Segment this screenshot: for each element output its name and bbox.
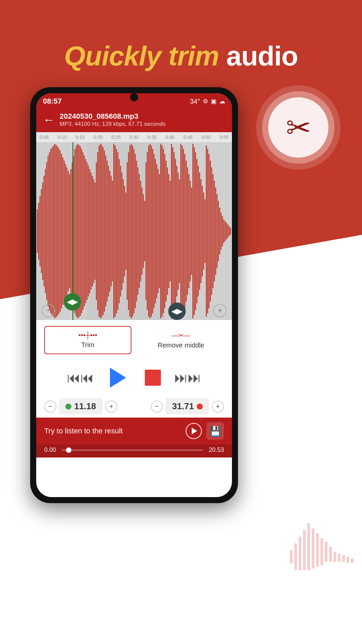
ruler-mark: 0:05: [40, 135, 49, 140]
left-trim-handle[interactable]: ◀▶: [64, 293, 81, 311]
svg-rect-151: [219, 208, 220, 255]
remove-middle-icon: —✂—: [172, 331, 191, 339]
svg-rect-100: [151, 146, 152, 317]
svg-rect-44: [76, 146, 77, 317]
svg-rect-114: [170, 181, 171, 281]
svg-rect-104: [156, 164, 157, 298]
svg-rect-115: [171, 144, 172, 318]
remove-middle-label: Remove middle: [158, 341, 204, 349]
svg-rect-64: [103, 147, 104, 315]
svg-rect-117: [174, 152, 175, 310]
svg-rect-135: [198, 166, 199, 297]
fast-forward-button[interactable]: ⏭⏭: [177, 367, 198, 388]
svg-rect-35: [64, 161, 65, 302]
svg-rect-99: [149, 144, 150, 318]
svg-rect-96: [145, 162, 146, 300]
stop-button[interactable]: [142, 367, 164, 388]
save-icon: 💾: [209, 426, 221, 437]
svg-rect-6: [316, 533, 319, 567]
progress-current-time: 0.00: [44, 446, 58, 453]
phone-screen: 08:57 34° ⚙ ▣ ☁ ← 20240530_085608.mp3 MP…: [36, 93, 232, 497]
svg-rect-65: [104, 151, 105, 312]
svg-rect-98: [148, 146, 149, 317]
zoom-in-button[interactable]: +: [213, 304, 227, 317]
right-time-minus-button[interactable]: −: [151, 400, 163, 413]
settings-status-icon: ⚙: [203, 98, 208, 105]
decorative-waveform: [288, 510, 355, 577]
svg-rect-140: [204, 199, 205, 263]
rewind-icon: ⏮⏮: [67, 370, 94, 385]
svg-rect-48: [81, 149, 82, 313]
svg-rect-159: [230, 228, 231, 234]
svg-rect-56: [92, 176, 93, 286]
middle-trim-handle[interactable]: ◀▶: [168, 303, 186, 320]
waveform-container[interactable]: 0:05 0:10 0:15 0:20 0:25 0:30 0:35 0:40 …: [36, 132, 232, 320]
left-time-plus-button[interactable]: +: [105, 400, 117, 413]
ruler-mark: 0:10: [58, 135, 67, 140]
listen-play-button[interactable]: [186, 423, 202, 439]
svg-rect-80: [124, 186, 125, 276]
svg-rect-29: [56, 145, 57, 317]
svg-rect-30: [57, 146, 58, 316]
right-time-value: 31.71: [172, 401, 194, 412]
right-time-plus-button[interactable]: +: [212, 400, 224, 413]
trim-mode-button[interactable]: •••┼••• Trim: [44, 326, 131, 354]
back-button[interactable]: ←: [43, 113, 55, 127]
svg-rect-147: [214, 181, 215, 281]
svg-rect-22: [46, 162, 47, 300]
svg-rect-75: [117, 152, 118, 310]
progress-thumb[interactable]: [66, 447, 71, 453]
status-icons: 34° ⚙ ▣ ☁: [190, 98, 225, 105]
ruler-mark: 0:20: [94, 135, 103, 140]
progress-bar-container[interactable]: 0.00 20.53: [36, 444, 232, 458]
svg-rect-77: [120, 166, 121, 297]
left-time-value: 11.18: [74, 401, 96, 412]
svg-rect-87: [133, 149, 134, 313]
rewind-button[interactable]: ⏮⏮: [70, 367, 91, 388]
remove-middle-mode-button[interactable]: —✂— Remove middle: [138, 327, 224, 354]
svg-rect-60: [97, 152, 98, 310]
svg-rect-79: [123, 179, 124, 283]
scissors-icon: ✂: [286, 110, 311, 145]
save-button[interactable]: 💾: [206, 422, 224, 440]
svg-rect-85: [131, 144, 132, 318]
svg-rect-54: [89, 169, 90, 293]
svg-rect-53: [88, 166, 89, 297]
timeline-ruler: 0:05 0:10 0:15 0:20 0:25 0:30 0:35 0:40 …: [36, 132, 232, 142]
svg-rect-111: [166, 161, 167, 302]
ruler-mark: 0:40: [166, 135, 175, 140]
progress-track[interactable]: [62, 449, 203, 451]
file-info: 20240530_085608.mp3 MP3, 44100 Hz, 128 k…: [60, 112, 225, 127]
svg-rect-36: [65, 164, 66, 298]
svg-rect-149: [217, 194, 218, 268]
svg-rect-38: [68, 171, 69, 291]
svg-rect-145: [211, 167, 212, 295]
svg-rect-152: [221, 213, 222, 250]
scissors-circle: ✂: [268, 97, 328, 158]
play-button[interactable]: [105, 366, 129, 390]
svg-rect-46: [78, 145, 79, 317]
svg-rect-26: [52, 147, 53, 315]
svg-rect-13: [347, 557, 349, 563]
svg-rect-129: [190, 181, 191, 281]
zoom-out-button[interactable]: −: [42, 304, 55, 317]
listen-text: Try to listen to the result: [44, 427, 181, 435]
svg-rect-88: [135, 154, 136, 308]
svg-rect-93: [141, 187, 142, 275]
svg-rect-141: [206, 146, 207, 317]
svg-rect-84: [129, 146, 130, 317]
trim-mode-label: Trim: [81, 341, 94, 349]
left-handle-icon: ◀▶: [67, 298, 78, 306]
fast-forward-icon: ⏭⏭: [174, 370, 201, 385]
phone-notch: [130, 93, 138, 101]
heading-quickly: Quickly trim: [64, 41, 219, 71]
ruler-mark: 0:15: [75, 135, 84, 140]
svg-rect-33: [61, 154, 62, 308]
right-time-group: − 31.71 +: [151, 398, 224, 414]
svg-rect-16: [38, 203, 39, 260]
svg-rect-143: [208, 154, 209, 308]
phone-frame: 08:57 34° ⚙ ▣ ☁ ← 20240530_085608.mp3 MP…: [30, 87, 238, 503]
left-time-dot: [65, 404, 71, 410]
left-time-minus-button[interactable]: −: [44, 400, 56, 413]
signal-status-icon: ☁: [219, 98, 225, 105]
